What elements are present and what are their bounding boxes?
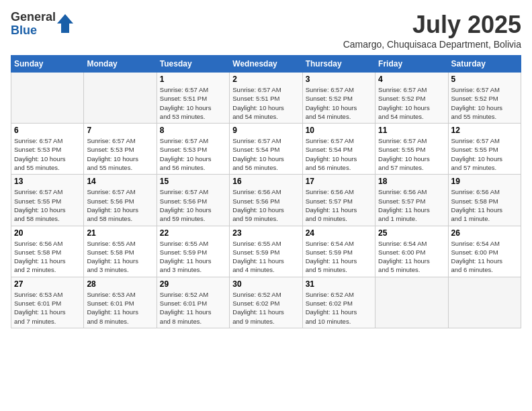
day-info: Sunrise: 6:55 AM Sunset: 5:59 PM Dayligh… [160,239,226,275]
day-number: 22 [160,228,226,238]
day-number: 12 [451,126,518,135]
page-header: General Blue July 2025 Camargo, Chuquisa… [11,11,521,50]
calendar-cell: 17Sunrise: 6:56 AM Sunset: 5:57 PM Dayli… [302,175,375,226]
day-number: 15 [160,177,226,186]
day-info: Sunrise: 6:57 AM Sunset: 5:52 PM Dayligh… [378,85,445,121]
day-info: Sunrise: 6:54 AM Sunset: 6:00 PM Dayligh… [378,239,445,275]
day-number: 17 [306,177,372,186]
day-number: 13 [14,177,81,186]
day-number: 19 [451,177,518,186]
day-info: Sunrise: 6:57 AM Sunset: 5:55 PM Dayligh… [14,187,81,223]
day-info: Sunrise: 6:56 AM Sunset: 5:58 PM Dayligh… [451,187,518,223]
calendar-cell [375,277,448,328]
logo-general: General [11,11,56,24]
calendar-cell: 24Sunrise: 6:54 AM Sunset: 5:59 PM Dayli… [302,226,375,277]
calendar-cell: 25Sunrise: 6:54 AM Sunset: 6:00 PM Dayli… [375,226,448,277]
calendar-cell: 12Sunrise: 6:57 AM Sunset: 5:55 PM Dayli… [448,124,521,175]
calendar-cell: 27Sunrise: 6:53 AM Sunset: 6:01 PM Dayli… [11,277,84,328]
calendar-cell: 7Sunrise: 6:57 AM Sunset: 5:53 PM Daylig… [84,124,157,175]
day-info: Sunrise: 6:57 AM Sunset: 5:52 PM Dayligh… [451,85,518,121]
calendar-cell: 20Sunrise: 6:56 AM Sunset: 5:58 PM Dayli… [11,226,84,277]
calendar-cell: 21Sunrise: 6:55 AM Sunset: 5:58 PM Dayli… [84,226,157,277]
day-info: Sunrise: 6:57 AM Sunset: 5:51 PM Dayligh… [232,85,299,121]
day-number: 25 [378,228,445,238]
logo-icon [57,14,73,33]
calendar-cell: 11Sunrise: 6:57 AM Sunset: 5:55 PM Dayli… [375,124,448,175]
day-header-sunday: Sunday [11,56,84,73]
calendar-week-3: 13Sunrise: 6:57 AM Sunset: 5:55 PM Dayli… [11,175,521,226]
day-number: 5 [451,75,518,84]
day-number: 20 [14,228,81,238]
day-header-wednesday: Wednesday [230,56,302,73]
day-info: Sunrise: 6:57 AM Sunset: 5:54 PM Dayligh… [232,136,299,172]
day-header-friday: Friday [375,56,448,73]
calendar-cell: 18Sunrise: 6:56 AM Sunset: 5:57 PM Dayli… [375,175,448,226]
calendar-cell: 2Sunrise: 6:57 AM Sunset: 5:51 PM Daylig… [230,73,302,124]
day-info: Sunrise: 6:57 AM Sunset: 5:53 PM Dayligh… [87,136,153,172]
calendar-cell: 28Sunrise: 6:53 AM Sunset: 6:01 PM Dayli… [84,277,157,328]
day-number: 1 [160,75,226,84]
day-number: 30 [232,279,299,289]
day-info: Sunrise: 6:57 AM Sunset: 5:56 PM Dayligh… [87,187,153,223]
day-info: Sunrise: 6:57 AM Sunset: 5:53 PM Dayligh… [14,136,81,172]
day-number: 27 [14,279,81,289]
days-header-row: SundayMondayTuesdayWednesdayThursdayFrid… [11,56,521,73]
calendar-cell: 31Sunrise: 6:52 AM Sunset: 6:02 PM Dayli… [302,277,375,328]
day-number: 16 [232,177,299,186]
day-number: 6 [14,126,81,135]
day-info: Sunrise: 6:55 AM Sunset: 5:59 PM Dayligh… [232,239,299,275]
calendar-cell: 6Sunrise: 6:57 AM Sunset: 5:53 PM Daylig… [11,124,84,175]
day-header-tuesday: Tuesday [157,56,229,73]
calendar-cell: 13Sunrise: 6:57 AM Sunset: 5:55 PM Dayli… [11,175,84,226]
day-info: Sunrise: 6:57 AM Sunset: 5:51 PM Dayligh… [160,85,226,121]
day-number: 26 [451,228,518,238]
calendar-week-4: 20Sunrise: 6:56 AM Sunset: 5:58 PM Dayli… [11,226,521,277]
location: Camargo, Chuquisaca Department, Bolivia [343,39,521,50]
day-info: Sunrise: 6:54 AM Sunset: 6:00 PM Dayligh… [451,239,518,275]
calendar-cell: 9Sunrise: 6:57 AM Sunset: 5:54 PM Daylig… [230,124,302,175]
day-number: 28 [87,279,153,289]
calendar-cell: 14Sunrise: 6:57 AM Sunset: 5:56 PM Dayli… [84,175,157,226]
day-info: Sunrise: 6:57 AM Sunset: 5:55 PM Dayligh… [378,136,445,172]
day-info: Sunrise: 6:52 AM Sunset: 6:02 PM Dayligh… [232,290,299,326]
day-info: Sunrise: 6:56 AM Sunset: 5:56 PM Dayligh… [232,187,299,223]
calendar-cell: 5Sunrise: 6:57 AM Sunset: 5:52 PM Daylig… [448,73,521,124]
title-block: July 2025 Camargo, Chuquisaca Department… [343,11,521,50]
day-number: 8 [160,126,226,135]
calendar-cell: 16Sunrise: 6:56 AM Sunset: 5:56 PM Dayli… [230,175,302,226]
day-number: 3 [306,75,372,84]
month-title: July 2025 [343,11,521,39]
day-info: Sunrise: 6:56 AM Sunset: 5:58 PM Dayligh… [14,239,81,275]
calendar-cell: 4Sunrise: 6:57 AM Sunset: 5:52 PM Daylig… [375,73,448,124]
day-number: 31 [306,279,372,289]
calendar-cell: 15Sunrise: 6:57 AM Sunset: 5:56 PM Dayli… [157,175,229,226]
day-number: 29 [160,279,226,289]
day-number: 9 [232,126,299,135]
calendar-cell: 30Sunrise: 6:52 AM Sunset: 6:02 PM Dayli… [230,277,302,328]
logo: General Blue [11,11,73,38]
day-number: 18 [378,177,445,186]
calendar-week-5: 27Sunrise: 6:53 AM Sunset: 6:01 PM Dayli… [11,277,521,328]
day-info: Sunrise: 6:56 AM Sunset: 5:57 PM Dayligh… [378,187,445,223]
day-info: Sunrise: 6:57 AM Sunset: 5:53 PM Dayligh… [160,136,226,172]
day-info: Sunrise: 6:53 AM Sunset: 6:01 PM Dayligh… [14,290,81,326]
calendar-cell: 1Sunrise: 6:57 AM Sunset: 5:51 PM Daylig… [157,73,229,124]
day-number: 2 [232,75,299,84]
calendar-cell: 3Sunrise: 6:57 AM Sunset: 5:52 PM Daylig… [302,73,375,124]
svg-marker-0 [57,14,73,33]
day-info: Sunrise: 6:54 AM Sunset: 5:59 PM Dayligh… [306,239,372,275]
day-info: Sunrise: 6:57 AM Sunset: 5:54 PM Dayligh… [306,136,372,172]
day-header-saturday: Saturday [448,56,521,73]
day-info: Sunrise: 6:57 AM Sunset: 5:56 PM Dayligh… [160,187,226,223]
calendar-cell: 8Sunrise: 6:57 AM Sunset: 5:53 PM Daylig… [157,124,229,175]
calendar-cell: 19Sunrise: 6:56 AM Sunset: 5:58 PM Dayli… [448,175,521,226]
day-info: Sunrise: 6:57 AM Sunset: 5:55 PM Dayligh… [451,136,518,172]
calendar-cell: 10Sunrise: 6:57 AM Sunset: 5:54 PM Dayli… [302,124,375,175]
calendar-cell: 22Sunrise: 6:55 AM Sunset: 5:59 PM Dayli… [157,226,229,277]
day-info: Sunrise: 6:57 AM Sunset: 5:52 PM Dayligh… [306,85,372,121]
day-header-thursday: Thursday [302,56,375,73]
calendar-cell: 23Sunrise: 6:55 AM Sunset: 5:59 PM Dayli… [230,226,302,277]
day-number: 11 [378,126,445,135]
day-number: 4 [378,75,445,84]
day-info: Sunrise: 6:52 AM Sunset: 6:02 PM Dayligh… [306,290,372,326]
